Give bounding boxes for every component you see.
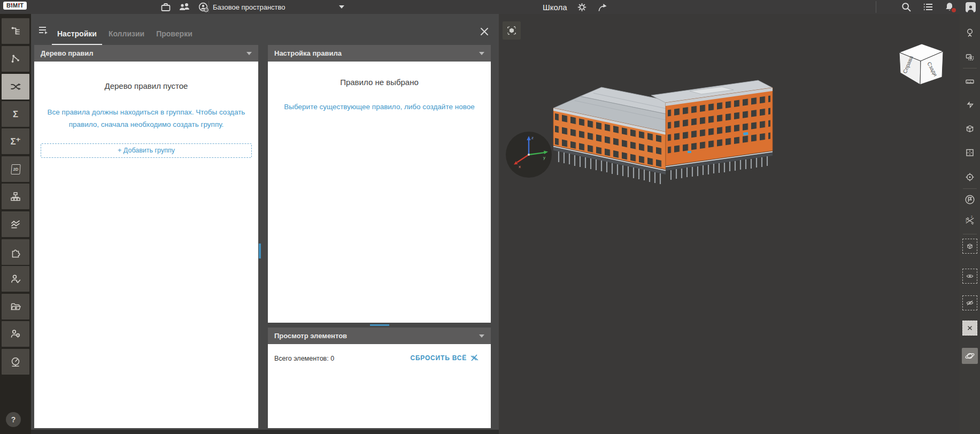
reset-all-button[interactable]: СБРОСИТЬ ВСЁ <box>410 354 479 362</box>
rules-tree-empty-hint: Все правила должны находиться в группах.… <box>41 106 252 131</box>
workspace-selector[interactable]: Базовое пространство <box>213 0 344 14</box>
panel-resize-handle[interactable] <box>259 243 261 258</box>
view-clash-pair[interactable]: 12 <box>962 212 978 229</box>
svg-text:2: 2 <box>971 215 973 218</box>
axis-gizmo[interactable]: z y x <box>505 131 553 179</box>
building-model <box>529 70 802 193</box>
tool-clash-detection[interactable] <box>2 74 29 100</box>
rule-empty-title: Правило не выбрано <box>268 78 491 87</box>
tool-structure[interactable] <box>2 184 29 209</box>
rule-settings-body: Правило не выбрано Выберите существующее… <box>268 62 491 323</box>
tool-model-tree[interactable] <box>2 18 29 44</box>
view-flag-issue[interactable] <box>962 192 978 208</box>
focus-model-button[interactable] <box>503 21 521 40</box>
view-scene-tree[interactable] <box>962 25 978 41</box>
rules-tree-header[interactable]: Дерево правил <box>34 45 258 62</box>
tabs-row: Настройки Коллизии Проверки <box>31 14 499 45</box>
divider-resize-handle[interactable] <box>370 324 389 326</box>
topbar-divider <box>209 1 209 13</box>
view-floor-plan[interactable] <box>962 144 978 161</box>
help-button[interactable]: ? <box>6 412 21 427</box>
tool-sheet-2d[interactable]: 2D <box>2 156 29 182</box>
svg-text:y: y <box>543 155 545 160</box>
view-hide-eye[interactable] <box>962 295 978 311</box>
topbar-divider-right <box>876 1 876 13</box>
menu-list-icon[interactable] <box>922 2 933 12</box>
view-flip-section[interactable] <box>962 96 978 112</box>
tool-dashboard[interactable] <box>2 349 29 375</box>
tool-charts[interactable] <box>2 211 29 237</box>
sheet-2d-icon: 2D <box>11 164 20 174</box>
rule-empty-hint: Выберите существующее правило, либо созд… <box>274 101 485 113</box>
elements-view-header[interactable]: Просмотр элементов <box>268 328 491 344</box>
share-icon[interactable] <box>597 2 607 12</box>
tool-plugins[interactable] <box>2 239 29 265</box>
view-show-eye[interactable] <box>962 268 978 284</box>
tabs: Настройки Коллизии Проверки <box>51 29 198 45</box>
chevron-down-icon <box>479 334 484 338</box>
tab-kollizii[interactable]: Коллизии <box>103 29 150 45</box>
svg-text:z: z <box>531 135 534 140</box>
notifications-bell-icon[interactable] <box>944 2 955 12</box>
rules-tree-panel: Дерево правил Дерево правил пустое Все п… <box>34 45 258 428</box>
elements-view-body: Всего элементов: 0 СБРОСИТЬ ВСЁ <box>268 344 491 428</box>
project-header: Школа <box>543 0 607 14</box>
navigation-cube[interactable]: Справа Сзади <box>894 37 947 88</box>
tool-user-location[interactable] <box>2 321 29 347</box>
topbar-right-tools <box>901 0 976 14</box>
bottom-strip <box>31 430 499 434</box>
project-title: Школа <box>543 3 567 12</box>
chevron-down-icon <box>479 52 484 55</box>
tool-sum-add[interactable]: Σ⁺ <box>2 128 29 154</box>
toolbar-separator <box>963 68 977 68</box>
view-ruler[interactable] <box>962 73 978 89</box>
rule-settings-column: Настройка правила Правило не выбрано Выб… <box>268 45 491 428</box>
chevron-down-icon <box>339 5 344 9</box>
top-bar: BiMiT Базовое пространство Школа <box>0 0 980 14</box>
settings-gear-icon[interactable] <box>577 2 587 12</box>
panel-menu-icon[interactable] <box>37 25 49 35</box>
view-clear-selection[interactable] <box>962 320 978 336</box>
tab-nastroyki[interactable]: Настройки <box>52 29 102 45</box>
team-icon[interactable] <box>179 2 190 12</box>
notification-badge <box>951 7 957 13</box>
chevron-down-icon <box>246 52 252 55</box>
add-group-button[interactable]: + Добавить группу <box>41 143 252 158</box>
right-toolbar: 12 <box>960 14 980 434</box>
bimit-app: BiMiT Базовое пространство Школа <box>0 0 980 434</box>
svg-text:1: 1 <box>966 219 967 222</box>
rules-tree-empty-title: Дерево правил пустое <box>34 81 258 90</box>
view-ghost-box[interactable] <box>962 238 978 254</box>
view-orbit-sphere[interactable] <box>962 348 978 364</box>
account-status-icon[interactable] <box>198 2 209 13</box>
close-icon[interactable] <box>480 27 489 36</box>
toolbar-separator <box>963 234 977 234</box>
svg-text:x: x <box>519 164 521 169</box>
elements-view-divider <box>268 323 491 328</box>
tool-user-check[interactable] <box>2 266 29 292</box>
topbar-left-tools <box>160 0 209 14</box>
view-selection-overlap[interactable] <box>962 49 978 65</box>
profile-icon[interactable] <box>966 2 976 12</box>
rules-tree-body: Дерево правил пустое Все правила должны … <box>34 62 258 428</box>
viewport-3d[interactable]: Справа Сзади z y x Коллизии (количество:… <box>499 14 960 434</box>
tool-sum[interactable]: Σ <box>2 101 29 127</box>
elements-total: Всего элементов: 0 <box>274 355 334 362</box>
tool-folder-export[interactable] <box>2 294 29 319</box>
toolbar-separator <box>963 188 977 189</box>
left-toolbar: Σ Σ⁺ 2D ? <box>0 14 31 434</box>
app-logo: BiMiT <box>3 2 27 10</box>
briefcase-icon[interactable] <box>160 2 171 12</box>
tool-graph-branch[interactable] <box>2 46 29 72</box>
reset-filter-icon <box>470 354 479 362</box>
search-icon[interactable] <box>901 2 912 12</box>
rules-workspace: Настройки Коллизии Проверки Дерево прави… <box>31 14 499 434</box>
view-section-box[interactable] <box>962 120 978 136</box>
view-locate-target[interactable] <box>962 169 978 185</box>
rule-settings-header[interactable]: Настройка правила <box>268 45 491 62</box>
workspace-label: Базовое пространство <box>213 3 285 11</box>
tab-proverki[interactable]: Проверки <box>151 29 198 45</box>
